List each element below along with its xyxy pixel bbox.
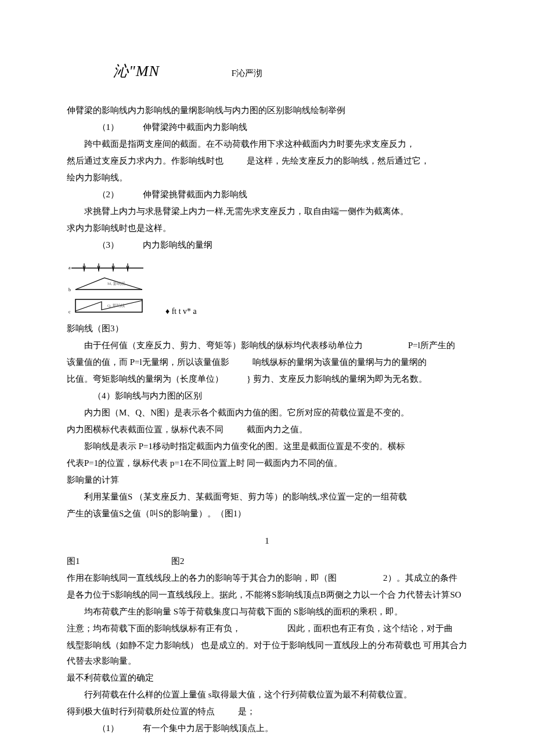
item-2-num: （2）: [98, 190, 120, 199]
item-4: （4）影响线与内力图的区别: [67, 388, 467, 404]
formula-right: F沁严沏: [232, 66, 262, 81]
item-3-label: 内力影响线的量纲: [143, 240, 212, 249]
p1: 跨中截面是指两支座间的截面。在不动荷载作用下求这种截面内力时要先求支座反力，: [67, 136, 467, 152]
p6: 由于任何值（支座反力、剪力、弯矩等）影响线的纵标均代表移动单位力 P=l所产生的: [67, 338, 467, 353]
fig2-label: 图2: [171, 554, 185, 569]
p17: 均布荷载产生的影响量 S等于荷载集度口与荷载下面的 S影响线的面积的乘积，即。: [67, 604, 467, 620]
p5: 求内力影响线时也是这样。: [67, 220, 467, 236]
p12: 代表P=1的位置，纵标代表 p=1在不同位置上时 同一截面内力不同的值。: [67, 455, 467, 471]
figure-3-caption: 影响线（图3）: [67, 321, 467, 337]
p10b: 截面内力之值。: [247, 422, 308, 437]
p2: 然后通过支座反力求内力。作影响线时也 是这样，先绘支座反力的影响线，然后通过它，: [67, 153, 467, 169]
item-3-num: （3）: [98, 240, 120, 249]
p15: 作用在影响线同一直线线段上的各力的影响等于其合力的影响，即（图 2）。其成立的条…: [67, 570, 467, 586]
item-5-label: 有一个集中力居于影响线顶点上。: [143, 724, 273, 733]
p18b: 因此，面积也有正有负，这个结论，对于曲: [287, 621, 453, 636]
p9: 内力图（M、Q、N图）是表示各个截面内力值的图。它所对应的荷载位置是不变的。: [67, 405, 467, 421]
p21b: 是；: [238, 704, 255, 719]
p8a: 比值。弯矩影响线的量纲为（长度单位）: [67, 371, 223, 387]
item-5: （1） 有一个集中力居于影响线顶点上。: [67, 721, 467, 736]
fig1-label: 图1: [67, 554, 171, 569]
p21: 得到极大值时行列荷载所处位置的特点 是；: [67, 704, 467, 719]
item-5-num: （1）: [98, 724, 120, 733]
p18a: 注意；均布荷载下面的影响线纵标有正有负，: [67, 621, 241, 636]
p15b: 2）。其成立的条件: [383, 570, 457, 586]
figure-3: a M, 影响线 b Q, 影响线 c ♦ ft t v* a: [67, 258, 467, 319]
p7: 该量值的值，而 P=l无量纲，所以该量值影 响线纵标的量纲为该量值的量纲与力的量…: [67, 355, 467, 370]
p8b: } 剪力、支座反力影响线的量纲为即为无名数。: [247, 371, 427, 387]
p2b: 是这样，先绘支座反力的影响线，然后通过它，: [247, 153, 430, 169]
p16: 是各力位于S影响线的同一直线线段上。据此，不能将S影响线顶点B两侧之力以一个合 …: [67, 587, 467, 603]
svg-text:M, 影响线: M, 影响线: [107, 281, 125, 286]
figure-3-svg: a M, 影响线 b Q, 影响线 c: [67, 258, 148, 319]
p4: 求挑臂上内力与求悬臂梁上内力一样,无需先求支座反力，取自由端一侧作为截离体。: [67, 204, 467, 219]
p7a: 该量值的值，而 P=l无量纲，所以该量值影: [67, 355, 229, 370]
item-1: （1） 伸臂梁跨中截面内力影响线: [67, 120, 467, 135]
p19: 线型影响线（如静不定力影响线） 也是成立的。对于位于影响线同一直线段上的分布荷载…: [67, 638, 467, 669]
p6b: P=l所产生的: [391, 338, 455, 353]
section-title-3: 最不利荷载位置的确定: [67, 670, 467, 686]
svg-text:c: c: [68, 309, 71, 314]
p6a: 由于任何值（支座反力、剪力、弯矩等）影响线的纵标均代表移动单位力: [67, 338, 363, 353]
center-1: 1: [67, 533, 467, 549]
p20: 行列荷载在什么样的位置上量值 s取得最大值，这个行列荷载位置为最不利荷载位置。: [67, 687, 467, 703]
p2a: 然后通过支座反力求内力。作影响线时也: [67, 153, 223, 169]
svg-text:a: a: [68, 265, 71, 270]
formula-left: 沁"MN: [113, 58, 160, 85]
formula-row: 沁"MN F沁严沏: [67, 58, 467, 85]
svg-text:Q, 影响线: Q, 影响线: [107, 303, 125, 308]
p21a: 得到极大值时行列荷载所处位置的特点: [67, 704, 215, 719]
p8: 比值。弯矩影响线的量纲为（长度单位） } 剪力、支座反力影响线的量纲为即为无名数…: [67, 371, 467, 387]
p3: 绘内力影响线。: [67, 170, 467, 186]
p15a: 作用在影响线同一直线线段上的各力的影响等于其合力的影响，即（图: [67, 570, 337, 586]
item-1-num: （1）: [98, 122, 120, 132]
p10: 内力图横标代表截面位置，纵标代表不同 截面内力之值。: [67, 422, 467, 437]
section-title-2: 影响量的计算: [67, 472, 467, 488]
p7b: 响线纵标的量纲为该量值的量纲与力的量纲的: [252, 355, 427, 370]
p18: 注意；均布荷载下面的影响线纵标有正有负， 因此，面积也有正有负，这个结论，对于曲: [67, 621, 467, 636]
fig-labels: 图1 图2: [67, 554, 467, 569]
p13: 利用某量值S （某支座反力、某截面弯矩、剪力等）的影响线,求位置一定的一组荷载: [67, 489, 467, 505]
item-2-label: 伸臂梁挑臂截面内力影响线: [143, 190, 247, 199]
section-title-1: 伸臂梁的影响线内力影响线的量纲影响线与内力图的区别影响线绘制举例: [67, 103, 467, 118]
item-1-label: 伸臂梁跨中截面内力影响线: [143, 122, 247, 132]
p14: 产生的该量值S之值（叫S的影响量）。（图1）: [67, 506, 467, 522]
item-3: （3） 内力影响线的量纲: [67, 237, 467, 253]
p10a: 内力图横标代表截面位置，纵标代表不同: [67, 422, 223, 437]
p11: 影响线是表示 P=1移动时指定截面内力值变化的图。这里是截面位置是不变的。横标: [67, 439, 467, 454]
figure-3-right-text: ♦ ft t v* a: [165, 304, 197, 319]
svg-text:b: b: [68, 287, 71, 292]
item-2: （2） 伸臂梁挑臂截面内力影响线: [67, 187, 467, 202]
